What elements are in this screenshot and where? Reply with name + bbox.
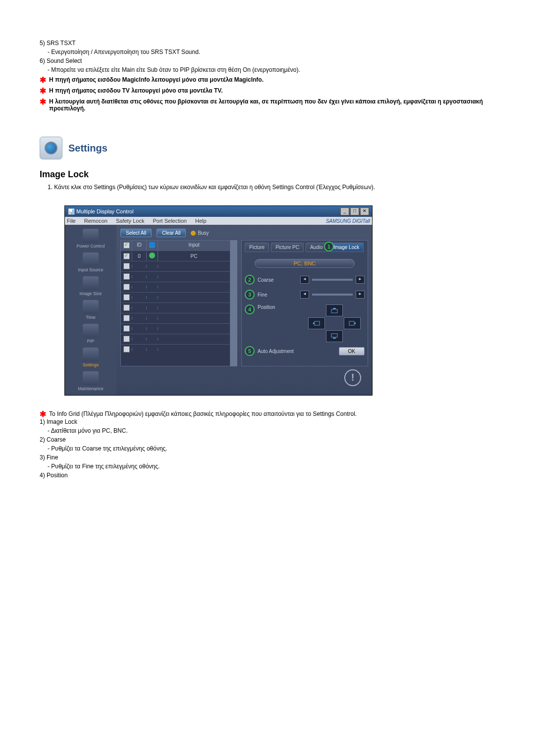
section-title: Image Lock xyxy=(40,169,495,180)
row-input: PC xyxy=(158,252,230,260)
svg-rect-0 xyxy=(331,309,337,313)
position-right[interactable] xyxy=(344,317,361,329)
busy-icon xyxy=(191,231,196,236)
select-all-button[interactable]: Select All xyxy=(120,229,152,237)
tab-image-lock[interactable]: Image Lock xyxy=(329,243,364,252)
row-id xyxy=(132,348,147,351)
callout-4: 4 xyxy=(245,304,255,314)
table-row[interactable] xyxy=(121,313,230,323)
label-fine: Fine xyxy=(258,292,297,298)
scrollbar[interactable] xyxy=(230,240,237,366)
settings-panel: 1 Picture Picture PC Audio Image Lock PC… xyxy=(241,240,368,366)
settings-header: Settings xyxy=(40,137,495,159)
row-checkbox[interactable] xyxy=(123,294,130,301)
list-item: 3) Fine xyxy=(40,454,495,461)
star-icon: ✱ xyxy=(40,410,46,418)
sidebar-item-power-control[interactable]: Power Control xyxy=(71,229,110,249)
list-sub: - Ρυθμίζει τα Coarse της επιλεγμένης οθό… xyxy=(40,445,495,452)
list-item: 1) Image Lock xyxy=(40,418,495,425)
table-row[interactable] xyxy=(121,261,230,271)
menubar: File Remocon Safety Lock Port Selection … xyxy=(65,217,372,225)
settings-title: Settings xyxy=(68,143,107,154)
row-checkbox[interactable] xyxy=(123,263,130,269)
position-left[interactable] xyxy=(308,317,325,329)
tab-picture[interactable]: Picture xyxy=(245,243,269,252)
row-checkbox[interactable] xyxy=(123,315,130,321)
star-note: ✱ Το Info Grid (Πλέγμα Πληροφοριών) εμφα… xyxy=(40,410,495,418)
star-note: ✱ Η λειτουργία αυτή διατίθεται στις οθόν… xyxy=(40,98,495,112)
sidebar-item-pip[interactable]: PIP xyxy=(71,324,110,344)
position-up[interactable] xyxy=(326,304,343,316)
row-checkbox[interactable] xyxy=(123,253,130,259)
header-checkbox[interactable] xyxy=(123,242,130,249)
svg-rect-1 xyxy=(333,308,336,309)
coarse-decrease[interactable]: ◄ xyxy=(300,276,309,284)
star-icon: ✱ xyxy=(40,98,46,106)
table-row[interactable]: 0PC xyxy=(121,251,230,261)
label-position: Position xyxy=(258,304,297,310)
sidebar-item-settings[interactable]: Settings xyxy=(71,348,110,367)
fine-increase[interactable]: ► xyxy=(356,291,365,299)
star-icon: ✱ xyxy=(40,87,46,95)
section-intro: 1. Κάντε κλικ στο Settings (Ρυθμίσεις) τ… xyxy=(48,184,495,191)
sidebar-item-input-source[interactable]: Input Source xyxy=(71,252,110,272)
label-auto-adjust: Auto Adjustment xyxy=(258,349,294,354)
menu-file[interactable]: File xyxy=(67,218,76,224)
position-down[interactable] xyxy=(326,330,343,342)
table-row[interactable] xyxy=(121,302,230,313)
row-input xyxy=(158,306,230,309)
list-item: 6) Sound Select xyxy=(40,57,495,64)
label-coarse: Coarse xyxy=(258,277,297,283)
row-input xyxy=(158,338,230,341)
fine-decrease[interactable]: ◄ xyxy=(300,291,309,299)
row-id xyxy=(132,286,147,289)
svg-rect-6 xyxy=(331,334,337,337)
minimize-button[interactable]: _ xyxy=(340,207,349,215)
table-row[interactable] xyxy=(121,323,230,334)
sidebar-item-image-size[interactable]: Image Size xyxy=(71,276,110,296)
coarse-increase[interactable]: ► xyxy=(356,276,365,284)
row-id xyxy=(132,317,147,320)
row-id xyxy=(132,296,147,299)
row-checkbox[interactable] xyxy=(123,336,130,342)
table-row[interactable] xyxy=(121,271,230,282)
header-status-icon xyxy=(149,242,155,248)
row-checkbox[interactable] xyxy=(123,304,130,311)
table-row[interactable] xyxy=(121,292,230,302)
table-row[interactable] xyxy=(121,344,230,354)
table-row[interactable] xyxy=(121,334,230,344)
app-window-wrap: 📊 Multiple Display Control _ □ ✕ File Re… xyxy=(64,205,495,396)
menu-remocon[interactable]: Remocon xyxy=(84,218,107,224)
menu-port-selection[interactable]: Port Selection xyxy=(153,218,186,224)
clear-all-button[interactable]: Clear All xyxy=(157,229,186,237)
row-checkbox[interactable] xyxy=(123,273,130,280)
maximize-button[interactable]: □ xyxy=(350,207,359,215)
row-id xyxy=(132,338,147,341)
svg-rect-4 xyxy=(349,321,354,325)
svg-rect-5 xyxy=(355,322,356,324)
table-row[interactable] xyxy=(121,282,230,292)
row-checkbox[interactable] xyxy=(123,284,130,290)
info-grid: ID Input 0PC xyxy=(120,240,230,366)
settings-icon xyxy=(40,137,62,159)
menu-help[interactable]: Help xyxy=(195,218,207,224)
row-id xyxy=(132,275,147,278)
list-sub: - Ρυθμίζει τα Fine της επιλεγμένης οθόνη… xyxy=(40,463,495,470)
list-sub: - Μπορείτε να επιλέξετε είτε Main είτε S… xyxy=(40,66,495,73)
fine-slider[interactable] xyxy=(312,294,353,296)
list-sub: - Ενεργοποίηση / Απενεργοποίηση του SRS … xyxy=(40,49,495,55)
position-pad xyxy=(308,304,360,341)
tab-picture-pc[interactable]: Picture PC xyxy=(271,243,304,252)
svg-rect-3 xyxy=(313,322,314,324)
close-button[interactable]: ✕ xyxy=(360,207,369,215)
alert-icon: ! xyxy=(344,369,361,386)
menu-safety-lock[interactable]: Safety Lock xyxy=(116,218,144,224)
sidebar-item-maintenance[interactable]: Maintenance xyxy=(71,371,110,391)
grid-header-id: ID xyxy=(132,241,147,251)
coarse-slider[interactable] xyxy=(312,279,353,281)
toolbar: Select All Clear All Busy xyxy=(120,229,368,237)
ok-button[interactable]: OK xyxy=(339,347,365,355)
row-checkbox[interactable] xyxy=(123,346,130,353)
sidebar-item-time[interactable]: Time xyxy=(71,300,110,320)
row-checkbox[interactable] xyxy=(123,325,130,332)
